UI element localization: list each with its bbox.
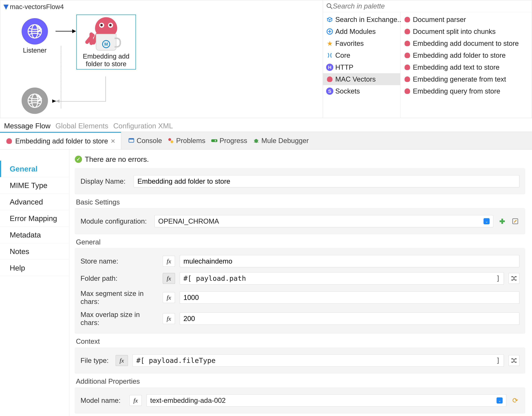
dataweave-button[interactable] — [509, 273, 519, 284]
refresh-button[interactable]: ⟳ — [511, 396, 519, 405]
mac-vectors-icon: M — [89, 17, 123, 50]
edit-config-button[interactable] — [511, 217, 519, 225]
palette-panel: Search in Exchange.. Add Modules ★ Favor… — [323, 0, 532, 118]
sockets-icon: S — [326, 88, 333, 95]
palette-op[interactable]: Document split into chunks — [400, 26, 532, 38]
props-nav-general[interactable]: General — [0, 161, 69, 177]
select-module-config[interactable]: OPENAI_CHROMA ⌄ — [154, 215, 493, 227]
palette-cat-core[interactable]: Core — [323, 50, 400, 61]
svg-point-30 — [512, 362, 513, 363]
svg-point-27 — [515, 276, 516, 277]
palette-op[interactable]: Document parser — [400, 14, 532, 26]
view-console[interactable]: Console — [128, 137, 162, 145]
fx-toggle-store-name[interactable]: fx — [163, 256, 175, 267]
fx-toggle-max-segment[interactable]: fx — [163, 292, 175, 303]
add-config-button[interactable] — [498, 217, 506, 225]
octopus-icon — [404, 64, 411, 71]
section-basic-settings: Basic Settings — [76, 198, 525, 206]
palette-op[interactable]: Embedding add folder to store — [400, 50, 532, 61]
palette-op[interactable]: Embedding query from store — [400, 85, 532, 97]
globe-icon — [27, 93, 42, 108]
dataweave-button[interactable] — [509, 355, 519, 366]
palette-search-input[interactable] — [333, 2, 529, 10]
flow-collapse-toggle[interactable]: ▶ — [3, 5, 10, 10]
palette-categories: Search in Exchange.. Add Modules ★ Favor… — [323, 12, 400, 118]
select-model-name[interactable]: text-embedding-ada-002 ⌄ — [146, 394, 506, 406]
label-display-name: Display Name: — [80, 177, 129, 185]
tab-global-elements[interactable]: Global Elements — [56, 122, 108, 130]
palette-cat-add-modules[interactable]: Add Modules — [323, 26, 400, 38]
bottom-tabbar: Embedding add folder to store ✕ Console … — [0, 132, 532, 149]
bug-icon — [253, 137, 259, 144]
http-icon: H — [326, 64, 333, 71]
label-store-name: Store name: — [80, 257, 158, 265]
node-listener-label: Listener — [17, 47, 53, 54]
octopus-icon — [326, 76, 333, 83]
flow-canvas[interactable]: ▶ mac-vectorsFlow4 Listener — [0, 0, 323, 118]
file-tab-active[interactable]: Embedding add folder to store ✕ — [0, 132, 121, 149]
palette-cat-http[interactable]: H HTTP — [323, 61, 400, 73]
globe-icon — [27, 24, 42, 39]
label-folder-path: Folder path: — [80, 274, 158, 282]
palette-op[interactable]: Embedding add document to store — [400, 38, 532, 50]
exchange-icon — [326, 16, 333, 23]
octopus-icon — [404, 16, 411, 23]
core-icon — [326, 52, 333, 59]
tab-message-flow[interactable]: Message Flow — [4, 122, 50, 130]
flow-name: mac-vectorsFlow4 — [10, 3, 64, 10]
props-nav-error-mapping[interactable]: Error Mapping — [0, 210, 69, 227]
props-nav-mime[interactable]: MIME Type — [0, 177, 69, 194]
props-nav-metadata[interactable]: Metadata — [0, 227, 69, 243]
chevron-down-icon: ⌄ — [496, 397, 503, 404]
view-mule-debugger[interactable]: Mule Debugger — [253, 137, 309, 145]
node-listener[interactable]: Listener — [17, 18, 53, 54]
palette-search-row — [323, 0, 532, 12]
fx-toggle-model-name[interactable]: fx — [130, 395, 142, 406]
fx-toggle-file-type[interactable]: fx — [116, 355, 128, 366]
properties-nav: General MIME Type Advanced Error Mapping… — [0, 149, 69, 416]
transform-icon — [511, 275, 517, 282]
input-max-overlap[interactable] — [180, 313, 519, 325]
svg-rect-23 — [500, 220, 505, 222]
node-embedding-add-folder[interactable]: M Embedding add folder to store — [76, 15, 136, 69]
props-nav-notes[interactable]: Notes — [0, 243, 69, 260]
search-icon — [326, 3, 333, 10]
palette-cat-sockets[interactable]: S Sockets — [323, 85, 400, 97]
transform-icon — [511, 357, 517, 364]
svg-line-21 — [257, 142, 258, 142]
svg-point-32 — [515, 362, 516, 363]
octopus-icon — [404, 52, 411, 59]
section-context: Context — [76, 337, 525, 345]
close-icon[interactable]: ✕ — [111, 138, 115, 145]
palette-cat-favorites[interactable]: ★ Favorites — [323, 38, 400, 50]
file-tab-title: Embedding add folder to store — [15, 137, 108, 145]
palette-op[interactable]: Embedding generate from text — [400, 73, 532, 85]
section-additional: Additional Properties — [76, 377, 525, 385]
palette-op[interactable]: Embedding add text to store — [400, 61, 532, 73]
svg-point-31 — [515, 358, 516, 359]
input-file-type[interactable]: #[ payload.fileType] — [133, 354, 504, 366]
fx-toggle-folder-path[interactable]: fx — [163, 273, 175, 284]
palette-operations: Document parser Document split into chun… — [400, 12, 532, 118]
svg-rect-16 — [211, 139, 215, 142]
tab-configuration-xml[interactable]: Configuration XML — [113, 122, 173, 130]
props-nav-help[interactable]: Help — [0, 260, 69, 276]
svg-line-20 — [254, 142, 255, 142]
view-progress[interactable]: Progress — [211, 137, 247, 145]
palette-cat-mac-vectors[interactable]: MAC Vectors — [323, 73, 400, 85]
octopus-icon — [404, 28, 411, 35]
props-nav-advanced[interactable]: Advanced — [0, 194, 69, 210]
input-folder-path[interactable]: #[ payload.path] — [180, 272, 504, 285]
svg-line-7 — [330, 7, 332, 9]
input-max-segment[interactable] — [180, 291, 519, 304]
node-response[interactable] — [21, 88, 49, 114]
input-display-name[interactable] — [134, 175, 519, 188]
palette-cat-exchange[interactable]: Search in Exchange.. — [323, 14, 400, 26]
problems-icon — [168, 137, 174, 144]
view-problems[interactable]: Problems — [168, 137, 205, 145]
input-store-name[interactable] — [180, 255, 519, 267]
svg-point-25 — [512, 276, 513, 277]
fx-toggle-max-overlap[interactable]: fx — [163, 313, 175, 324]
svg-point-28 — [515, 279, 516, 281]
octopus-icon — [404, 76, 411, 83]
